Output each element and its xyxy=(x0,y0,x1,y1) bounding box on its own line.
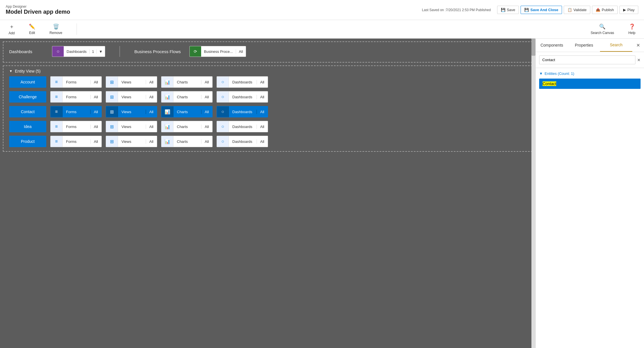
dashboards-pill-contact[interactable]: ○ Dashboards All xyxy=(217,106,268,117)
top-bar-left: App Designer Model Driven app demo xyxy=(6,5,70,15)
forms-icon-i: ≡ xyxy=(51,121,63,132)
entity-product-button[interactable]: Product xyxy=(9,136,46,147)
search-result-contact[interactable]: Contact xyxy=(539,79,641,89)
entities-collapse-icon: ▼ xyxy=(539,71,543,76)
remove-icon: 🗑️ xyxy=(53,23,59,30)
scroll-track[interactable] xyxy=(531,39,535,348)
entities-header-label: Entities (Count: 1) xyxy=(545,71,574,76)
divider xyxy=(119,46,120,57)
views-pill-challenge[interactable]: ⊞ Views All xyxy=(106,91,157,103)
views-icon-p: ⊞ xyxy=(106,136,118,147)
entities-section: ▼ Entities (Count: 1) Contact xyxy=(536,68,644,92)
search-canvas-button[interactable]: 🔍 Search Canvas xyxy=(588,22,617,37)
bpf-pill-text: Business Proce... xyxy=(201,49,236,54)
forms-pill-account[interactable]: ≡ Forms All xyxy=(50,76,102,88)
entity-view-arrow[interactable]: ▼ xyxy=(9,69,13,73)
remove-button[interactable]: 🗑️ Remove xyxy=(47,22,65,37)
top-bar-right: Last Saved on :7/20/2021 2:53 PM Publish… xyxy=(422,6,638,14)
forms-pill-challenge[interactable]: ≡ Forms All xyxy=(50,91,102,103)
dashboards-pill-product[interactable]: ○ Dashboards All xyxy=(217,136,268,147)
publish-button[interactable]: 📤 Publish xyxy=(592,6,618,14)
views-pill-account[interactable]: ⊞ Views All xyxy=(106,76,157,88)
table-row: Product ≡ Forms All ⊞ Views All 📊 Charts xyxy=(9,136,526,147)
charts-pill-challenge[interactable]: 📊 Charts All xyxy=(161,91,213,103)
app-title: Model Driven app demo xyxy=(6,9,70,15)
publish-icon: 📤 xyxy=(596,8,600,12)
entity-view-section: ▼ Entity View (5) Account ≡ Forms All ⊞ … xyxy=(3,65,533,152)
views-icon-c: ⊞ xyxy=(106,91,118,103)
search-input[interactable] xyxy=(539,55,635,64)
save-button[interactable]: 💾 Save xyxy=(497,6,519,14)
dashboards-icon-account: ○ xyxy=(217,76,229,88)
search-box: ✕ xyxy=(536,52,644,68)
search-result-highlight: Contact xyxy=(543,81,556,86)
charts-pill-product[interactable]: 📊 Charts All xyxy=(161,136,213,147)
dashboards-row: Dashboards ○ Dashboards 1 ▼ Business Pro… xyxy=(3,42,532,61)
app-label: App Designer xyxy=(6,5,70,9)
toolbar-separator xyxy=(77,23,77,35)
forms-pill-contact[interactable]: ≡ Forms All xyxy=(50,106,102,117)
table-row: Account ≡ Forms All ⊞ Views All 📊 Charts xyxy=(9,76,526,88)
validate-button[interactable]: 📋 Validate xyxy=(564,6,590,14)
tab-components[interactable]: Components xyxy=(536,39,568,52)
dashboards-icon-ch: ○ xyxy=(217,91,229,103)
dashboards-icon-contact: ○ xyxy=(217,106,229,117)
charts-pill-account[interactable]: 📊 Charts All xyxy=(161,76,213,88)
forms-icon-c: ≡ xyxy=(51,91,63,103)
dashboards-icon-idea: ○ xyxy=(217,121,229,132)
forms-icon-contact: ≡ xyxy=(51,106,63,117)
toolbar-right: 🔍 Search Canvas ❓ Help xyxy=(588,22,638,37)
dashboards-icon-product: ○ xyxy=(217,136,229,147)
play-button[interactable]: ▶ Play xyxy=(619,6,638,14)
edit-icon: ✏️ xyxy=(29,23,35,30)
views-pill-idea[interactable]: ⊞ Views All xyxy=(106,121,157,132)
entity-account-button[interactable]: Account xyxy=(9,76,46,88)
entity-idea-button[interactable]: Idea xyxy=(9,121,46,132)
forms-pill-idea[interactable]: ≡ Forms All xyxy=(50,121,102,132)
charts-pill-contact[interactable]: 📊 Charts All xyxy=(161,106,213,117)
views-pill-product[interactable]: ⊞ Views All xyxy=(106,136,157,147)
dashboards-pill-text: Dashboards xyxy=(64,49,89,54)
table-row: Contact ≡ Forms All ⊞ Views All 📊 Charts xyxy=(9,106,526,117)
search-clear-button[interactable]: ✕ xyxy=(637,58,641,62)
tab-search[interactable]: Search xyxy=(600,39,632,52)
entity-view-label: Entity View (5) xyxy=(15,69,41,73)
help-button[interactable]: ❓ Help xyxy=(625,22,638,37)
panel-close-button[interactable]: ✕ xyxy=(632,40,644,51)
canvas-area: Dashboards ○ Dashboards 1 ▼ Business Pro… xyxy=(0,39,535,348)
forms-icon: ≡ xyxy=(51,76,63,88)
dashboards-pill-challenge[interactable]: ○ Dashboards All xyxy=(217,91,268,103)
entities-header[interactable]: ▼ Entities (Count: 1) xyxy=(539,71,641,76)
panel-tabs: Components Properties Search ✕ xyxy=(536,39,644,52)
bpf-pill-icon: ⟳ xyxy=(190,46,201,57)
views-pill-contact[interactable]: ⊞ Views All xyxy=(106,106,157,117)
entity-challenge-button[interactable]: Challenge xyxy=(9,91,46,103)
play-icon: ▶ xyxy=(623,8,626,12)
forms-icon-p: ≡ xyxy=(51,136,63,147)
charts-icon-i: 📊 xyxy=(161,121,173,132)
table-row: Challenge ≡ Forms All ⊞ Views All 📊 Char… xyxy=(9,91,526,103)
charts-pill-idea[interactable]: 📊 Charts All xyxy=(161,121,213,132)
entity-contact-button[interactable]: Contact xyxy=(9,106,46,117)
views-icon-contact: ⊞ xyxy=(106,106,118,117)
entity-rows: Account ≡ Forms All ⊞ Views All 📊 Charts xyxy=(3,76,532,147)
entity-view-header: ▼ Entity View (5) xyxy=(3,66,532,76)
charts-icon: 📊 xyxy=(161,76,173,88)
forms-pill-product[interactable]: ≡ Forms All xyxy=(50,136,102,147)
dashboards-dropdown-arrow[interactable]: ▼ xyxy=(96,49,105,54)
main-layout: Dashboards ○ Dashboards 1 ▼ Business Pro… xyxy=(0,39,644,348)
dashboards-pill-idea[interactable]: ○ Dashboards All xyxy=(217,121,268,132)
save-icon: 💾 xyxy=(501,8,505,12)
dashboards-pill-account[interactable]: ○ Dashboards All xyxy=(217,76,268,88)
save-and-close-button[interactable]: 💾 Save And Close xyxy=(521,6,562,14)
bpf-pill[interactable]: ⟳ Business Proce... All xyxy=(189,46,246,57)
tab-properties[interactable]: Properties xyxy=(568,39,600,52)
dashboards-section: Dashboards ○ Dashboards 1 ▼ Business Pro… xyxy=(3,41,533,63)
add-icon: ＋ xyxy=(9,23,14,30)
charts-icon-c: 📊 xyxy=(161,91,173,103)
dashboards-pill[interactable]: ○ Dashboards 1 ▼ xyxy=(52,46,105,57)
edit-button[interactable]: ✏️ Edit xyxy=(26,22,38,37)
top-bar: App Designer Model Driven app demo Last … xyxy=(0,0,644,20)
scroll-thumb[interactable] xyxy=(531,39,535,56)
add-button[interactable]: ＋ Add xyxy=(6,21,17,37)
